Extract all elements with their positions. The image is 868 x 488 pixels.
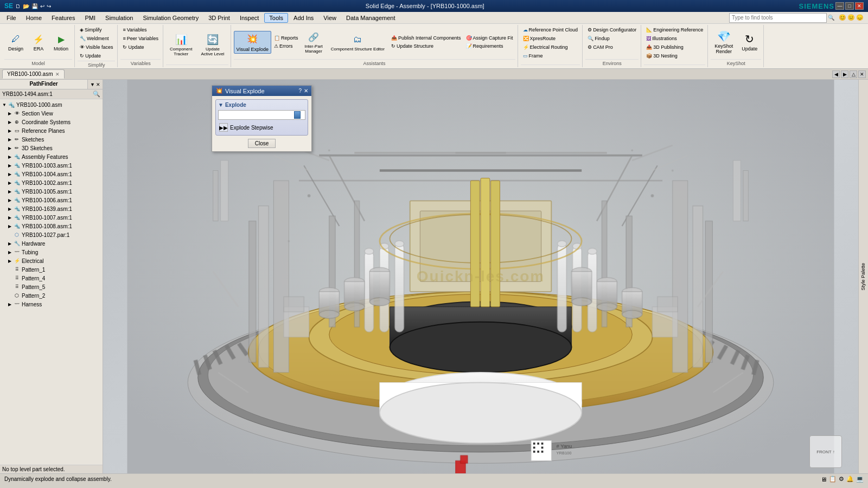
dialog-help-button[interactable]: ? bbox=[298, 88, 302, 94]
keyshot-render-button[interactable]: 💎 KeyShotRender bbox=[711, 28, 737, 56]
tree-item-reference-planes[interactable]: ▶ ▭ Reference Planes bbox=[0, 126, 103, 135]
tree-item-pattern4[interactable]: ⠿ Pattern_4 bbox=[0, 274, 103, 282]
pathfinder-tree[interactable]: ▼ 🔩 YRB100-1000.asm ▶ 👁 Section View ▶ ⊕… bbox=[0, 99, 103, 465]
update-structure-button[interactable]: ↻ Update Structure bbox=[389, 42, 463, 50]
corner-nav[interactable]: FRONT ↑ bbox=[809, 435, 842, 468]
view-left-button[interactable]: ◀ bbox=[832, 70, 840, 78]
quick-access-undo[interactable]: ↩ bbox=[40, 3, 44, 9]
tree-expand-tubing[interactable]: ▶ bbox=[7, 249, 13, 255]
search-icon[interactable]: 🔍 bbox=[828, 15, 834, 21]
tree-expand-yrb1008[interactable]: ▶ bbox=[7, 223, 13, 229]
reports-button[interactable]: 📋 Reports bbox=[272, 34, 301, 42]
dialog-close-button-btn[interactable]: Close bbox=[248, 139, 276, 148]
tree-item-yrb1008[interactable]: ▶ 🔩 YRB100-1008.asm:1 bbox=[0, 222, 103, 230]
quick-access-redo[interactable]: ↪ bbox=[47, 3, 51, 9]
component-tracker-button[interactable]: 📊 ComponentTracker bbox=[166, 31, 196, 59]
tree-item-yrb1639[interactable]: ▶ 🔩 YRB100-1639.asm:1 bbox=[0, 204, 103, 213]
tree-item-tubing[interactable]: ▶ 〰 Tubing bbox=[0, 248, 103, 256]
tree-item-yrb1003[interactable]: ▶ 🔩 YRB100-1003.asm:1 bbox=[0, 161, 103, 170]
view-close-button[interactable]: ✕ bbox=[858, 70, 866, 78]
illustrations-button[interactable]: 🖼 Illustrations bbox=[644, 35, 679, 42]
publish-internal-button[interactable]: 📤 Publish Internal Components bbox=[389, 34, 463, 42]
simplify-button[interactable]: ◈ Simplify bbox=[78, 26, 104, 34]
pathfinder-search-icon[interactable]: 🔍 bbox=[93, 91, 100, 98]
cam-pro-button[interactable]: ⚙ CAM Pro bbox=[585, 43, 615, 51]
tree-item-3d-sketches[interactable]: ▶ ✏ 3D Sketches bbox=[0, 144, 103, 152]
3d-publishing-button[interactable]: 📤 3D Publishing bbox=[644, 43, 686, 51]
3d-nesting-button[interactable]: 📦 3D Nesting bbox=[644, 52, 680, 60]
era-button[interactable]: ⚡ ERA bbox=[28, 30, 49, 54]
search-input[interactable] bbox=[729, 13, 827, 23]
tree-item-pattern2[interactable]: ⬡ Pattern_2 bbox=[0, 291, 103, 300]
explode-slider-track[interactable] bbox=[219, 111, 305, 119]
engineering-reference-button[interactable]: 📐 Engineering Reference bbox=[644, 26, 705, 34]
design-configurator-button[interactable]: ⚙ Design Configurator bbox=[585, 26, 639, 34]
variables-button[interactable]: ≡ Variables bbox=[120, 26, 149, 34]
requirements-button[interactable]: 📝 Requirements bbox=[464, 42, 515, 50]
tree-expand-coordinate-systems[interactable]: ▶ bbox=[7, 119, 13, 125]
pathfinder-close-icon[interactable]: ✕ bbox=[96, 82, 100, 87]
design-button[interactable]: 🖊 Design bbox=[4, 30, 27, 54]
tree-item-yrb1007[interactable]: ▶ 🔩 YRB100-1007.asm:1 bbox=[0, 213, 103, 222]
tree-item-assembly-features[interactable]: ▶ 🔩 Assembly Features bbox=[0, 152, 103, 161]
tree-expand-root[interactable]: ▼ bbox=[1, 101, 8, 108]
explode-slider-thumb[interactable] bbox=[294, 111, 301, 119]
weldment-button[interactable]: 🔧 Weldment bbox=[78, 35, 111, 42]
maximize-button[interactable]: □ bbox=[845, 2, 854, 10]
tree-expand-assembly-features[interactable]: ▶ bbox=[7, 153, 13, 160]
dialog-close-button[interactable]: ✕ bbox=[304, 88, 308, 94]
tree-expand-yrb1003[interactable]: ▶ bbox=[7, 162, 13, 169]
visible-faces-button[interactable]: 👁 Visible faces bbox=[78, 43, 115, 51]
close-button[interactable]: ✕ bbox=[855, 2, 864, 10]
findup-button[interactable]: 🔍 Findup bbox=[585, 35, 612, 42]
tree-item-yrb1005[interactable]: ▶ 🔩 YRB100-1005.asm:1 bbox=[0, 187, 103, 196]
tree-item-hardware[interactable]: ▶ 🔧 Hardware bbox=[0, 239, 103, 248]
menu-simulation-geometry[interactable]: Simulation Geometry bbox=[138, 14, 203, 22]
tree-expand-section-view[interactable]: ▶ bbox=[7, 110, 13, 117]
menu-features[interactable]: Features bbox=[47, 14, 79, 22]
update-simplify-button[interactable]: ↻ Update bbox=[78, 52, 103, 60]
tree-expand-harness[interactable]: ▶ bbox=[7, 301, 13, 307]
emoji-happy[interactable]: 😊 bbox=[839, 14, 846, 21]
electrical-routing-button[interactable]: ⚡ Electrical Routing bbox=[521, 43, 570, 51]
tree-item-yrb1004[interactable]: ▶ 🔩 YRB100-1004.asm:1 bbox=[0, 170, 103, 178]
menu-file[interactable]: File bbox=[2, 14, 21, 22]
minimize-button[interactable]: — bbox=[835, 2, 844, 10]
tree-expand-reference-planes[interactable]: ▶ bbox=[7, 127, 13, 134]
quick-access-open[interactable]: 📂 bbox=[23, 3, 29, 9]
inter-part-manager-button[interactable]: 🔗 Inter-PartManager bbox=[301, 28, 326, 56]
menu-tools[interactable]: Tools bbox=[264, 13, 288, 23]
tree-expand-yrb1006[interactable]: ▶ bbox=[7, 197, 13, 203]
view-expand-button[interactable]: △ bbox=[850, 70, 857, 78]
tree-expand-yrb1639[interactable]: ▶ bbox=[7, 206, 13, 212]
viewport[interactable]: # Yanu YRB100 bbox=[103, 80, 858, 473]
emoji-neutral[interactable]: 😐 bbox=[847, 14, 855, 21]
errors-button[interactable]: ⚠ Errors bbox=[272, 42, 301, 50]
update-variables-button[interactable]: ↻ Update bbox=[120, 43, 146, 51]
tree-expand-yrb1002[interactable]: ▶ bbox=[7, 179, 13, 186]
tree-item-pattern5[interactable]: ⠿ Pattern_5 bbox=[0, 282, 103, 291]
reference-point-cloud-button[interactable]: ☁ Reference Point Cloud bbox=[521, 26, 580, 34]
motion-button[interactable]: ▶ Motion bbox=[50, 30, 72, 54]
menu-addins[interactable]: Add Ins bbox=[289, 14, 318, 22]
update-active-level-button[interactable]: 🔄 UpdateActive Level bbox=[197, 31, 228, 59]
peer-variables-button[interactable]: ≡ Peer Variables bbox=[120, 35, 161, 42]
tree-expand-sketches[interactable]: ▶ bbox=[7, 136, 13, 143]
quick-access-new[interactable]: 🗋 bbox=[15, 3, 21, 9]
tree-expand-electrical[interactable]: ▶ bbox=[7, 258, 13, 264]
tree-item-harness[interactable]: ▶ 〰 Harness bbox=[0, 300, 103, 309]
tree-item-yrb1002[interactable]: ▶ 🔩 YRB100-1002.asm:1 bbox=[0, 178, 103, 187]
visual-explode-button[interactable]: 💥 Visual Explode bbox=[234, 31, 271, 54]
explode-stepwise-button[interactable]: ▶▶ Explode Stepwise bbox=[218, 122, 305, 133]
status-icon-3[interactable]: ⚙ bbox=[839, 476, 844, 483]
tree-item-yrb1027[interactable]: ⬡ YRB100-1027.par:1 bbox=[0, 230, 103, 239]
component-structure-editor-button[interactable]: 🗂 Component Structure Editor bbox=[327, 31, 388, 54]
file-tab[interactable]: YRB100-1000.asm ✕ bbox=[2, 69, 65, 79]
view-right-button[interactable]: ▶ bbox=[841, 70, 848, 78]
tree-item-coordinate-systems[interactable]: ▶ ⊕ Coordinate Systems bbox=[0, 118, 103, 126]
tree-expand-yrb1005[interactable]: ▶ bbox=[7, 188, 13, 195]
keyshot-update-button[interactable]: ↻ Update bbox=[738, 30, 761, 54]
pathfinder-collapse-icon[interactable]: ▼ bbox=[90, 82, 95, 87]
file-tab-close-button[interactable]: ✕ bbox=[55, 72, 60, 77]
status-icon-4[interactable]: 🔔 bbox=[846, 476, 854, 483]
